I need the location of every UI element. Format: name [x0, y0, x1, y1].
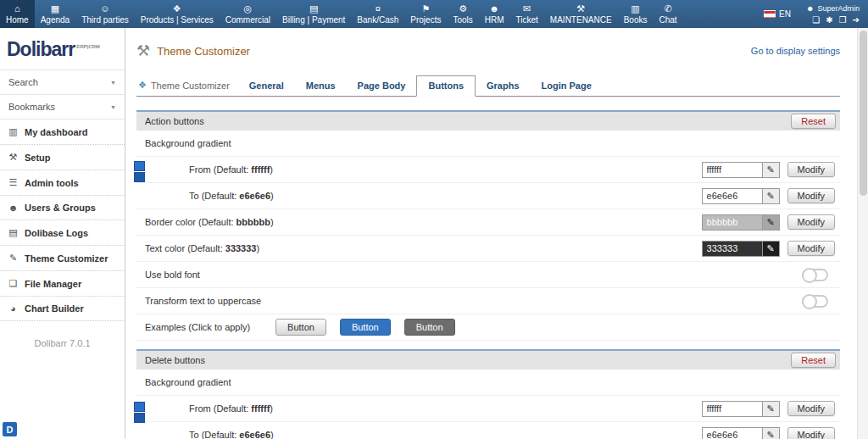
tab-buttons[interactable]: Buttons [416, 75, 476, 97]
chat-icon: ✆ [664, 3, 671, 14]
topbar-item-maintenance[interactable]: ⚒ MAINTENANCE [544, 0, 618, 28]
topbar-item-label: Home [6, 15, 29, 25]
tab-login-page[interactable]: Login Page [531, 76, 603, 96]
color-picker-pencil-icon[interactable]: ✎ [763, 241, 780, 257]
modify-button[interactable]: Modify [787, 241, 835, 256]
search-dropdown[interactable]: Search ▼ [0, 69, 125, 94]
sidebar-item-admin-tools[interactable]: ☰ Admin tools [0, 170, 125, 196]
sidebar-item-my-dashboard[interactable]: ▥ My dashboard [0, 119, 125, 145]
row-label: Border color (Default: bbbbbb) [145, 217, 274, 227]
logout-icon[interactable]: ➔ [853, 15, 860, 25]
sidebar-item-dolibase-logs[interactable]: ▤ Dolibase Logs [0, 220, 125, 246]
gear-icon: ⚙ [459, 3, 467, 14]
language-label: EN [779, 9, 791, 19]
tab-page-body[interactable]: Page Body [347, 76, 417, 96]
topbar-item-home[interactable]: ⌂ Home [0, 0, 35, 28]
home-icon: ⌂ [14, 3, 20, 14]
tab-theme-customizer-module[interactable]: ❖ Theme Customizer [136, 75, 238, 96]
color-picker-pencil-icon[interactable]: ✎ [763, 427, 780, 439]
sidebar-item-label: Setup [25, 153, 51, 163]
reset-button[interactable]: Reset [791, 353, 836, 368]
example-button-default[interactable]: Button [275, 319, 326, 336]
left-sidebar: DolibarrERP|CRM Search ▼ Bookmarks ▼ ▥ M… [0, 28, 125, 439]
color-from-input[interactable] [702, 162, 763, 178]
tab-graphs[interactable]: Graphs [476, 76, 531, 96]
sidebar-item-label: Chart Builder [25, 303, 84, 314]
color-row-border: Border color (Default: bbbbbb) ✎ Modify [136, 209, 840, 236]
reset-button[interactable]: Reset [791, 114, 836, 129]
topbar-item-bank-cash[interactable]: ¤ Bank/Cash [351, 0, 404, 28]
color-picker-pencil-icon[interactable]: ✎ [763, 401, 780, 417]
people-icon: ☺ [100, 3, 109, 14]
examples-label: Examples (Click to apply) [145, 322, 250, 332]
topbar-item-chat[interactable]: ✆ Chat [653, 0, 682, 28]
text-color-input[interactable] [702, 241, 763, 257]
topbar-item-billing-payment[interactable]: ▤ Billing | Payment [276, 0, 351, 28]
chevron-down-icon: ▼ [110, 80, 116, 86]
modify-button[interactable]: Modify [787, 214, 835, 230]
dashboard-icon: ▥ [8, 126, 19, 137]
topbar-item-third-parties[interactable]: ☺ Third parties [75, 0, 135, 28]
modify-button[interactable]: Modify [787, 427, 835, 439]
user-menu[interactable]: ☻ SuperAdmin [806, 4, 860, 13]
topbar-item-label: Projects [410, 15, 441, 25]
toggle-knob [802, 268, 817, 283]
row-label: Use bold font [145, 270, 200, 280]
sidebar-item-file-manager[interactable]: ❏ File Manager [0, 271, 125, 297]
logo-superscript: ERP|CRM [76, 44, 100, 49]
topbar-item-books[interactable]: ▥ Books [618, 0, 654, 28]
tools-icon: ⚒ [136, 42, 150, 60]
color-picker-pencil-icon[interactable]: ✎ [763, 214, 780, 231]
border-color-input[interactable] [702, 214, 763, 231]
display-settings-link[interactable]: Go to display settings [751, 46, 840, 56]
language-selector[interactable]: EN [757, 0, 798, 28]
color-picker-swatch[interactable] [134, 402, 145, 423]
sidebar-item-setup[interactable]: ⚒ Setup [0, 145, 125, 170]
topbar-item-agenda[interactable]: ▦ Agenda [35, 0, 75, 28]
person-icon: ☻ [489, 3, 499, 14]
tab-general[interactable]: General [238, 76, 295, 96]
sidebar-menu: ▥ My dashboard ⚒ Setup ☰ Admin tools ☻ U… [0, 119, 125, 321]
topbar-item-projects[interactable]: ⚑ Projects [404, 0, 447, 28]
wrench-icon: ⚒ [576, 3, 585, 14]
color-picker-pencil-icon[interactable]: ✎ [763, 188, 780, 204]
color-to-input[interactable] [702, 427, 763, 439]
chevron-down-icon: ▼ [110, 104, 116, 110]
example-button-blue[interactable]: Button [340, 319, 391, 336]
tab-menus[interactable]: Menus [295, 76, 347, 96]
topbar-item-ticket[interactable]: ✉ Ticket [510, 0, 544, 28]
bookmarks-dropdown[interactable]: Bookmarks ▼ [0, 94, 125, 119]
sidebar-item-theme-customizer[interactable]: ✎ Theme Customizer [0, 246, 125, 271]
topbar-item-hrm[interactable]: ☻ HRM [479, 0, 510, 28]
print-icon[interactable]: ❒ [839, 15, 847, 25]
topbar-item-label: Tools [453, 15, 472, 25]
color-to-input[interactable] [702, 188, 763, 204]
uppercase-toggle[interactable] [802, 295, 828, 308]
user-quick-icons: ❏ ✱ ❒ ➔ [812, 15, 860, 25]
scrollbar-thumb[interactable] [860, 31, 867, 196]
modify-button[interactable]: Modify [787, 188, 835, 203]
sidebar-item-users-groups[interactable]: ☻ Users & Groups [0, 196, 125, 220]
sidebar-item-chart-builder[interactable]: ◕ Chart Builder [0, 297, 125, 321]
bug-report-icon[interactable]: ✱ [826, 15, 832, 25]
topbar-item-products-services[interactable]: ❖ Products | Services [135, 0, 220, 28]
topbar-item-tools[interactable]: ⚙ Tools [447, 0, 478, 28]
topbar-item-commercial[interactable]: ◎ Commercial [220, 0, 276, 28]
color-from-input[interactable] [702, 401, 763, 417]
modify-button[interactable]: Modify [787, 162, 835, 177]
tab-bar: ❖ Theme Customizer General Menus Page Bo… [136, 74, 840, 97]
log-icon: ▤ [8, 227, 19, 238]
topbar-item-label: Commercial [225, 15, 270, 25]
color-picker-swatch[interactable] [134, 161, 145, 182]
color-picker-pencil-icon[interactable]: ✎ [763, 162, 780, 178]
virtual-card-icon[interactable]: ❏ [812, 15, 820, 25]
dolibase-logo[interactable]: D [3, 422, 17, 436]
modify-button[interactable]: Modify [787, 401, 835, 416]
example-button-dark[interactable]: Button [404, 319, 455, 336]
calendar-icon: ▦ [51, 3, 59, 14]
scrollbar[interactable] [857, 28, 868, 439]
group-title-row: Background gradient [136, 370, 840, 396]
dolibarr-logo: DolibarrERP|CRM [0, 28, 125, 69]
bold-font-toggle[interactable] [802, 269, 828, 281]
sidebar-item-label: Admin tools [25, 178, 79, 188]
